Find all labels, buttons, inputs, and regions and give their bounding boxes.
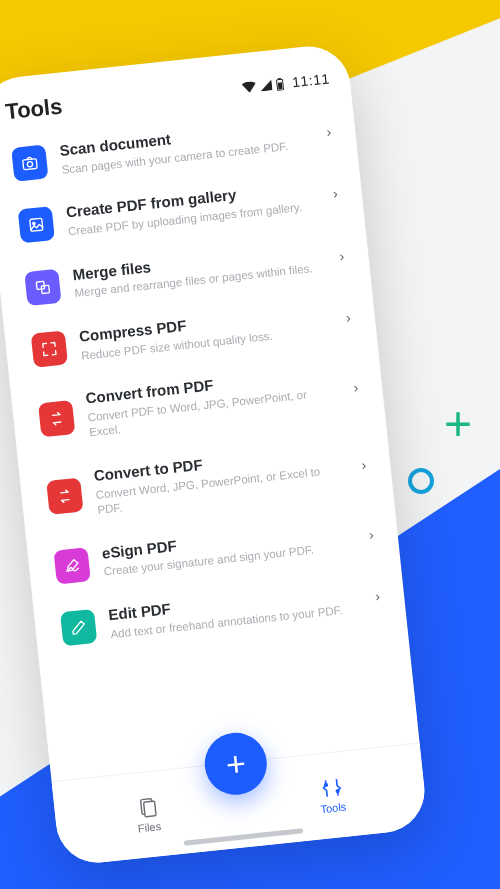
scan-icon <box>11 145 48 182</box>
battery-icon <box>276 77 285 91</box>
svg-rect-2 <box>278 82 283 89</box>
tool-text: Convert from PDFConvert PDF to Word, JPG… <box>85 363 340 441</box>
compress-icon <box>31 330 68 367</box>
chevron-right-icon: › <box>359 456 369 473</box>
tools-list: Scan documentScan pages with your camera… <box>8 100 400 779</box>
chevron-right-icon: › <box>324 123 334 140</box>
nav-tools-label: Tools <box>320 801 347 816</box>
deco-plus-icon: + <box>444 400 472 448</box>
tool-text: Convert to PDFConvert Word, JPG, PowerPo… <box>93 441 348 519</box>
merge-icon <box>24 268 61 305</box>
deco-circle-icon <box>408 468 434 494</box>
svg-point-11 <box>324 784 327 787</box>
nav-files-label: Files <box>137 820 161 834</box>
chevron-right-icon: › <box>343 309 353 326</box>
convfrom-icon <box>38 400 75 437</box>
plus-icon: + <box>224 743 248 784</box>
clock-text: 11:11 <box>291 70 330 90</box>
gallery-icon <box>18 206 55 243</box>
svg-rect-10 <box>143 801 155 817</box>
svg-point-6 <box>33 223 35 225</box>
svg-rect-3 <box>23 159 37 170</box>
page-title: Tools <box>4 93 63 125</box>
chevron-right-icon: › <box>330 185 340 202</box>
chevron-right-icon: › <box>373 588 383 605</box>
tools-icon <box>319 776 343 800</box>
svg-rect-1 <box>278 77 281 79</box>
esign-icon <box>53 547 90 584</box>
phone-mockup: Tools 11:11 Scan documentScan pages with… <box>0 42 429 866</box>
files-icon <box>135 795 159 819</box>
tool-text: Edit PDFAdd text or freehand annotations… <box>108 580 362 642</box>
status-icons: 11:11 <box>242 70 331 95</box>
home-handle <box>184 828 304 846</box>
nav-tools[interactable]: Tools <box>300 774 364 817</box>
chevron-right-icon: › <box>366 526 376 543</box>
chevron-right-icon: › <box>351 379 361 396</box>
chevron-right-icon: › <box>337 247 347 264</box>
wifi-icon <box>242 81 257 93</box>
svg-point-4 <box>27 161 33 167</box>
svg-point-12 <box>336 790 339 793</box>
nav-files[interactable]: Files <box>116 793 180 836</box>
signal-icon <box>260 79 273 91</box>
convto-icon <box>46 477 83 514</box>
edit-icon <box>60 609 97 646</box>
